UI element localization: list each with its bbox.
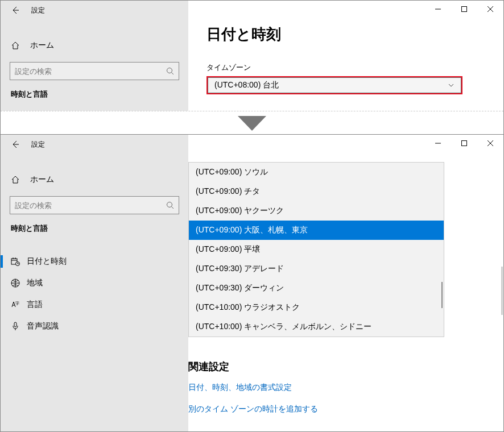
search-input[interactable] <box>15 67 166 76</box>
close-button[interactable] <box>477 1 503 18</box>
microphone-icon <box>11 322 20 331</box>
timezone-value: (UTC+08:00) 台北 <box>214 80 279 90</box>
sidebar-item-label: 日付と時刻 <box>27 256 67 267</box>
app-title: 設定 <box>31 140 45 149</box>
language-icon: 字 <box>11 300 20 309</box>
app-title: 設定 <box>31 6 45 15</box>
home-icon <box>11 175 20 184</box>
search-input-container[interactable] <box>10 62 179 80</box>
calendar-clock-icon <box>11 257 20 266</box>
sidebar-category: 時刻と言語 <box>1 80 188 104</box>
main-content: 日付と時刻 タイムゾーン (UTC+08:00) 台北 <box>188 1 503 111</box>
sidebar-item-region[interactable]: 地域 <box>1 272 188 294</box>
settings-window-after: 設定 ホーム 時刻と言語 日付と時刻 <box>1 134 503 431</box>
timezone-dropdown[interactable]: (UTC+08:00) 台北 <box>206 76 462 94</box>
chevron-down-icon <box>448 82 455 89</box>
sidebar-home-label: ホーム <box>30 40 54 51</box>
home-icon <box>11 41 20 50</box>
close-button[interactable] <box>477 135 503 152</box>
window-controls <box>425 135 503 152</box>
minimize-button[interactable] <box>425 1 451 18</box>
svg-rect-8 <box>462 141 467 146</box>
search-input-container[interactable] <box>10 196 179 214</box>
sidebar: 設定 ホーム 時刻と言語 日付と時刻 <box>1 135 188 431</box>
sidebar-item-label: 音声認識 <box>27 321 59 331</box>
format-settings-link[interactable]: 日付、時刻、地域の書式設定 <box>188 380 503 402</box>
svg-rect-7 <box>14 322 16 327</box>
window-controls <box>425 1 503 18</box>
sidebar-item-home[interactable]: ホーム <box>1 170 188 189</box>
timezone-field-label: タイムゾーン <box>188 44 503 76</box>
timezone-option[interactable]: (UTC+09:00) チタ <box>189 182 444 201</box>
search-icon <box>166 201 174 209</box>
maximize-button[interactable] <box>451 135 477 152</box>
scrollbar-thumb[interactable] <box>441 282 443 308</box>
main-scrollbar[interactable] <box>501 267 503 315</box>
search-input[interactable] <box>15 201 166 210</box>
maximize-button[interactable] <box>451 1 477 18</box>
sidebar-item-home[interactable]: ホーム <box>1 36 188 55</box>
back-arrow-icon[interactable] <box>11 140 20 149</box>
svg-point-2 <box>167 202 172 207</box>
related-settings-heading: 関連設定 <box>188 337 503 380</box>
globe-icon <box>11 279 20 288</box>
timezone-option[interactable]: (UTC+09:00) ソウル <box>189 163 444 182</box>
svg-text:字: 字 <box>15 301 19 305</box>
svg-rect-1 <box>462 7 467 12</box>
sidebar-item-datetime[interactable]: 日付と時刻 <box>1 251 188 272</box>
timezone-option[interactable]: (UTC+09:30) ダーウィン <box>189 279 444 298</box>
timezone-option[interactable]: (UTC+10:00) キャンベラ、メルボルン、シドニー <box>189 317 444 337</box>
sidebar-category: 時刻と言語 <box>1 214 188 238</box>
minimize-button[interactable] <box>425 135 451 152</box>
back-arrow-icon[interactable] <box>11 6 20 15</box>
main-content: (UTC+09:00) ソウル(UTC+09:00) チタ(UTC+09:00)… <box>188 135 503 431</box>
timezone-option[interactable]: (UTC+10:00) ウラジオストク <box>189 298 444 317</box>
sidebar-home-label: ホーム <box>30 175 54 185</box>
sidebar-item-label: 言語 <box>27 300 43 310</box>
sidebar: 設定 ホーム 時刻と言語 <box>1 1 188 111</box>
sidebar-item-label: 地域 <box>27 278 43 288</box>
add-clock-link[interactable]: 別のタイム ゾーンの時計を追加する <box>188 402 503 423</box>
titlebar: 設定 <box>1 135 188 154</box>
titlebar: 設定 <box>1 1 188 20</box>
settings-window-before: 設定 ホーム 時刻と言語 <box>1 1 503 111</box>
transition-arrow-icon <box>1 114 503 134</box>
search-icon <box>166 67 174 75</box>
timezone-option[interactable]: (UTC+09:30) アデレード <box>189 259 444 279</box>
sidebar-item-speech[interactable]: 音声認識 <box>1 315 188 337</box>
svg-point-0 <box>167 68 172 73</box>
timezone-dropdown-list[interactable]: (UTC+09:00) ソウル(UTC+09:00) チタ(UTC+09:00)… <box>188 162 444 337</box>
timezone-option[interactable]: (UTC+09:00) 大阪、札幌、東京 <box>189 221 444 240</box>
timezone-option[interactable]: (UTC+09:00) 平壌 <box>189 240 444 259</box>
timezone-option[interactable]: (UTC+09:00) ヤクーツク <box>189 201 444 221</box>
sidebar-item-language[interactable]: 字 言語 <box>1 294 188 315</box>
